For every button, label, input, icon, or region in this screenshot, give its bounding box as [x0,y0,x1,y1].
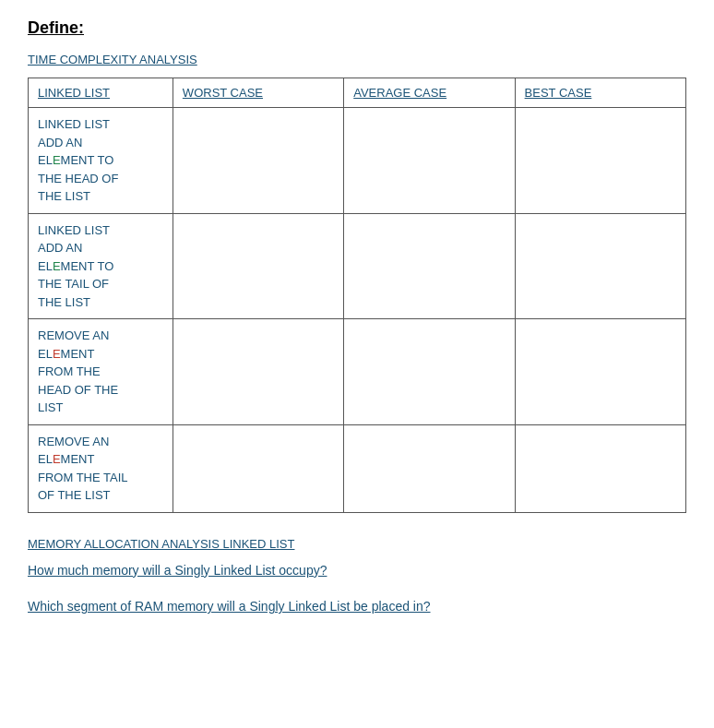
table-header-row: LINKED LIST WORST CASE AVERAGE CASE BEST… [29,78,686,108]
col-header-linked-list: LINKED LIST [29,78,173,108]
table-row: REMOVE ANELEMENTFROM THEHEAD OF THELIST [29,319,686,425]
time-complexity-table: LINKED LIST WORST CASE AVERAGE CASE BEST… [28,78,686,513]
col-header-best: BEST CASE [515,78,685,108]
col-header-average: AVERAGE CASE [344,78,515,108]
row-average-add-head [344,108,515,214]
row-best-add-tail [515,213,685,319]
row-best-remove-tail [515,424,685,512]
table-row: LINKED LISTADD ANELEMENT TOTHE TAIL OFTH… [29,213,686,319]
row-average-add-tail [344,213,515,319]
row-label-remove-tail: REMOVE ANELEMENTFROM THE TAILOF THE LIST [29,424,173,512]
row-worst-add-head [173,108,343,214]
table-row: LINKED LISTADD ANELEMENT TOTHE HEAD OFTH… [29,108,686,214]
table-row: REMOVE ANELEMENTFROM THE TAILOF THE LIST [29,424,686,512]
row-best-remove-head [515,319,685,425]
memory-section: MEMORY ALLOCATION ANALYSIS LINKED LIST H… [28,535,686,616]
question-memory-size-link[interactable]: How much memory will a Singly Linked Lis… [28,562,686,580]
row-average-remove-tail [344,424,515,512]
row-worst-remove-tail [173,424,343,512]
col-header-worst: WORST CASE [173,78,343,108]
row-label-remove-head: REMOVE ANELEMENTFROM THEHEAD OF THELIST [29,319,173,425]
question-ram-segment-link[interactable]: Which segment of RAM memory will a Singl… [28,598,686,616]
row-average-remove-head [344,319,515,425]
row-label-add-head: LINKED LISTADD ANELEMENT TOTHE HEAD OFTH… [29,108,173,214]
row-label-add-tail: LINKED LISTADD ANELEMENT TOTHE TAIL OFTH… [29,213,173,319]
row-worst-remove-head [173,319,343,425]
row-best-add-head [515,108,685,214]
row-worst-add-tail [173,213,343,319]
page-heading: Define: [28,18,686,38]
memory-allocation-link[interactable]: MEMORY ALLOCATION ANALYSIS LINKED LIST [28,537,294,551]
time-complexity-link[interactable]: TIME COMPLEXITY ANALYSIS [28,53,197,66]
